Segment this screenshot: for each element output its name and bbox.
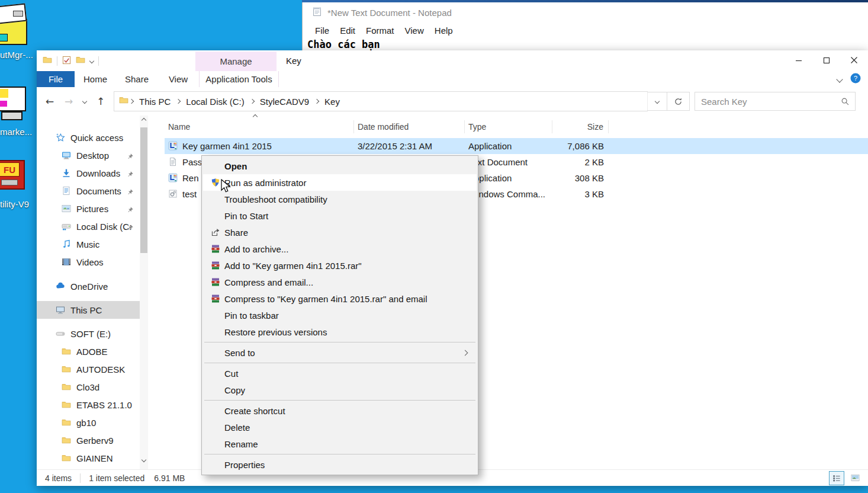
recent-dropdown-chevron-icon[interactable]: [82, 99, 87, 104]
sidebar-item-quick-access[interactable]: Quick access: [37, 129, 140, 146]
context-menu-item-open[interactable]: Open: [203, 158, 477, 174]
sidebar-item-adobe[interactable]: ADOBE: [37, 342, 140, 360]
context-menu-item-pin-to-start[interactable]: Pin to Start: [203, 207, 477, 224]
sidebar-item-label: AUTODESK: [76, 364, 125, 374]
column-header-size[interactable]: Size: [552, 120, 609, 133]
notepad-titlebar[interactable]: *New Text Document - Notepad: [303, 2, 868, 23]
desktop-icon-marke[interactable]: marke...: [0, 87, 32, 137]
context-menu-item-copy[interactable]: Copy: [203, 382, 477, 398]
context-menu-item-rename[interactable]: Rename: [203, 436, 477, 452]
folder-icon: [62, 453, 71, 463]
notepad-text[interactable]: Chào các bạn: [303, 38, 868, 50]
details-view-button[interactable]: [829, 471, 844, 485]
large-icons-view-button[interactable]: [847, 471, 863, 485]
context-menu-item-run-as-administrator[interactable]: Run as administrator: [203, 174, 477, 191]
context-menu-item-properties[interactable]: Properties: [203, 456, 477, 473]
scrollbar-thumb[interactable]: [140, 127, 147, 253]
explorer-titlebar[interactable]: Manage Key: [37, 50, 868, 71]
sidebar-item-music[interactable]: Music: [37, 235, 140, 253]
context-menu-item-compress-to-key-garmen-4in1-2015-rar-and-email[interactable]: Compress to "Key garmen 4in1 2015.rar" a…: [203, 290, 477, 307]
column-header-type[interactable]: Type: [465, 120, 552, 133]
back-arrow-icon[interactable]: ←: [40, 95, 59, 107]
sidebar-item-local-disk-c[interactable]: Local Disk (C:: [37, 217, 140, 235]
scrollbar-down-icon[interactable]: [140, 458, 148, 462]
address-bar[interactable]: This PCLocal Disk (C:)StyleCADV9Key: [114, 91, 648, 111]
address-dropdown-chevron-icon[interactable]: [647, 92, 667, 111]
column-header-label: Date modified: [358, 122, 409, 132]
breadcrumb-chevron-icon[interactable]: [314, 99, 319, 104]
sidebar-item-gerberv9[interactable]: Gerberv9: [37, 431, 140, 449]
sidebar-item-clo3d[interactable]: Clo3d: [37, 378, 140, 396]
sidebar-item-soft-e[interactable]: SOFT (E:): [37, 325, 140, 342]
sidebar-item-videos[interactable]: Videos: [37, 253, 140, 271]
magnifier-icon[interactable]: [835, 97, 855, 106]
sidebar-item-pictures[interactable]: Pictures: [37, 200, 140, 217]
forward-arrow-icon[interactable]: →: [59, 95, 78, 107]
menu-item-label: Pin to taskbar: [224, 310, 279, 321]
tab-file[interactable]: File: [37, 71, 75, 87]
sidebar-item-autodesk[interactable]: AUTODESK: [37, 360, 140, 378]
expand-ribbon-chevron-icon[interactable]: [836, 76, 843, 82]
notepad-menu-format[interactable]: Format: [361, 24, 400, 37]
folder-icon: [62, 418, 71, 427]
notepad-menu-edit[interactable]: Edit: [335, 24, 361, 37]
tab-view[interactable]: View: [157, 71, 199, 87]
context-menu-item-cut[interactable]: Cut: [203, 365, 477, 382]
sidebar-item-gb10[interactable]: gb10: [37, 414, 140, 431]
drive-icon: [56, 329, 65, 338]
tab-home[interactable]: Home: [75, 71, 116, 87]
sidebar-item-desktop[interactable]: Desktop: [37, 146, 140, 164]
sidebar-item-documents[interactable]: Documents: [37, 182, 140, 200]
customize-dropdown-icon[interactable]: [89, 59, 94, 63]
folder-icon: [62, 436, 71, 445]
notepad-menu-file[interactable]: File: [310, 24, 335, 37]
breadcrumb-item-key[interactable]: Key: [320, 97, 345, 107]
context-menu-item-restore-previous-versions[interactable]: Restore previous versions: [203, 324, 477, 340]
breadcrumb-chevron-icon[interactable]: [129, 99, 134, 104]
tab-application-tools[interactable]: Application Tools: [199, 71, 279, 87]
tab-share[interactable]: Share: [116, 71, 157, 87]
column-header-name[interactable]: Name: [165, 120, 354, 133]
context-menu-item-compress-and-email[interactable]: Compress and email...: [203, 274, 477, 290]
notepad-menu-view[interactable]: View: [400, 24, 429, 37]
address-bar-row: ← → ↑ This PCLocal Disk (C:)StyleCADV9Ke…: [37, 87, 868, 116]
quick-access-toolbar: [43, 55, 99, 67]
manage-contextual-tab[interactable]: Manage: [195, 52, 277, 71]
qat-folder-icon[interactable]: [43, 55, 52, 67]
sidebar-item-etabs-21-1-0[interactable]: ETABS 21.1.0: [37, 396, 140, 414]
breadcrumb-chevron-icon[interactable]: [176, 99, 181, 104]
context-menu-item-delete[interactable]: Delete: [203, 419, 477, 436]
up-arrow-icon[interactable]: ↑: [91, 95, 110, 107]
breadcrumb-chevron-icon[interactable]: [249, 99, 254, 104]
sidebar-item-this-pc[interactable]: This PC: [37, 301, 140, 319]
column-header-label: Size: [587, 122, 603, 132]
sidebar-item-giainen[interactable]: GIAINEN: [37, 449, 140, 467]
context-menu-item-add-to-archive[interactable]: Add to archive...: [203, 241, 477, 257]
sidebar-item-downloads[interactable]: Downloads: [37, 164, 140, 182]
context-menu-item-add-to-key-garmen-4in1-2015-rar[interactable]: Add to "Key garmen 4in1 2015.rar": [203, 257, 477, 274]
breadcrumb-item-this-pc[interactable]: This PC: [134, 97, 175, 107]
breadcrumb-item-local-disk-c[interactable]: Local Disk (C:): [181, 97, 249, 107]
sidebar-item-onedrive[interactable]: OneDrive: [37, 277, 140, 295]
close-button[interactable]: [840, 50, 868, 70]
breadcrumb-item-stylecadv9[interactable]: StyleCADV9: [255, 97, 314, 107]
file-row-key-garmen-4in1-2015[interactable]: Key garmen 4in1 20153/22/2015 2:31 AMApp…: [165, 138, 868, 154]
context-menu-item-troubleshoot-compatibility[interactable]: Troubleshoot compatibility: [203, 191, 477, 207]
notepad-menu-help[interactable]: Help: [429, 24, 458, 37]
scrollbar-up-icon[interactable]: [140, 116, 148, 125]
search-input[interactable]: [695, 96, 835, 107]
desktop-icon-utmgr[interactable]: utMgr-...: [0, 5, 33, 60]
refresh-button[interactable]: [667, 92, 690, 111]
minimize-button[interactable]: [785, 50, 812, 70]
context-menu-item-pin-to-taskbar[interactable]: Pin to taskbar: [203, 307, 477, 324]
desktop-icon-tility-v9[interactable]: FUtility-V9: [0, 160, 29, 209]
help-icon[interactable]: ?: [850, 73, 861, 86]
context-menu-item-send-to[interactable]: Send to: [203, 344, 477, 361]
context-menu-item-create-shortcut[interactable]: Create shortcut: [203, 402, 477, 419]
sidebar-scrollbar[interactable]: [140, 116, 148, 470]
column-header-date-modified[interactable]: Date modified: [354, 120, 465, 133]
context-menu-item-share[interactable]: Share: [203, 224, 477, 241]
qat-checkbox-icon[interactable]: [62, 56, 71, 67]
qat-folder-icon[interactable]: [76, 55, 85, 67]
maximize-button[interactable]: [812, 50, 840, 70]
